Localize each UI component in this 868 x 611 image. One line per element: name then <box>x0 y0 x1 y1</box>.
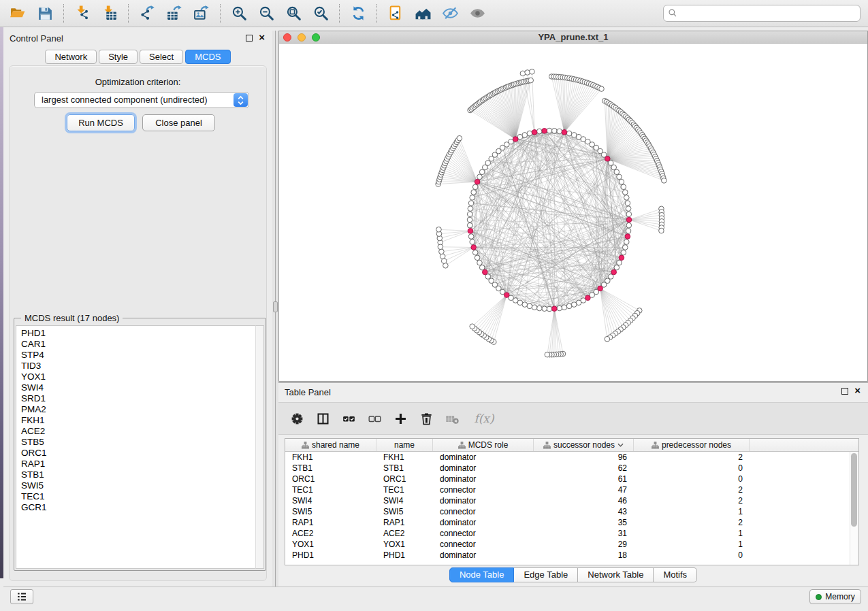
cell-shared-name[interactable]: PHD1 <box>285 550 376 561</box>
cell-successor-nodes[interactable]: 62 <box>534 463 634 474</box>
network-node[interactable] <box>479 265 485 270</box>
table-row[interactable]: SWI4SWI4dominator462 <box>285 495 858 506</box>
network-node[interactable] <box>621 184 626 190</box>
mcds-result-item[interactable]: YOX1 <box>21 371 263 382</box>
network-node[interactable] <box>527 131 532 136</box>
network-node[interactable] <box>552 129 558 134</box>
network-window-titlebar[interactable]: YPA_prune.txt_1 <box>279 31 867 44</box>
mcds-result-item[interactable]: RAP1 <box>21 459 263 469</box>
export-table-button[interactable] <box>161 2 188 25</box>
cell-name[interactable]: FKH1 <box>376 452 433 463</box>
network-node[interactable] <box>470 240 475 245</box>
network-node[interactable] <box>562 305 567 310</box>
network-node[interactable] <box>440 254 445 259</box>
network-node[interactable] <box>475 255 480 261</box>
network-node[interactable] <box>438 244 443 250</box>
network-node[interactable] <box>530 69 535 75</box>
column-header-MCDS-role[interactable]: MCDS role <box>433 439 534 451</box>
share-session-button[interactable] <box>382 2 409 25</box>
network-node[interactable] <box>621 250 626 255</box>
tab-edge-table[interactable]: Edge Table <box>514 567 578 582</box>
cell-MCDS-role[interactable]: dominator <box>433 495 534 506</box>
column-header-shared-name[interactable]: shared name <box>285 439 376 451</box>
close-panel-icon[interactable]: × <box>259 34 265 41</box>
network-node[interactable] <box>547 128 552 133</box>
table-scrollbar[interactable] <box>850 452 858 565</box>
network-node[interactable] <box>626 212 632 217</box>
cell-successor-nodes[interactable]: 47 <box>534 484 634 495</box>
table-row[interactable]: YOX1YOX1connector291 <box>285 539 858 550</box>
cell-shared-name[interactable]: FKH1 <box>285 452 376 463</box>
mcds-node[interactable] <box>483 269 488 275</box>
table-row[interactable]: ORC1ORC1dominator610 <box>285 474 858 484</box>
network-node[interactable] <box>483 165 488 170</box>
tab-node-table[interactable]: Node Table <box>449 567 515 582</box>
network-node[interactable] <box>624 195 630 201</box>
network-node[interactable] <box>566 303 572 309</box>
cell-predecessor-nodes[interactable]: 1 <box>634 506 750 517</box>
open-file-button[interactable] <box>4 2 31 25</box>
table-row[interactable]: FKH1FKH1dominator962 <box>285 452 858 463</box>
splitter-handle[interactable] <box>273 301 278 312</box>
mcds-result-item[interactable]: ACE2 <box>21 426 263 437</box>
mcds-node[interactable] <box>532 130 537 135</box>
hide-details-button[interactable] <box>436 2 464 25</box>
panel-splitter[interactable] <box>272 31 278 587</box>
cell-MCDS-role[interactable]: dominator <box>433 452 534 463</box>
cell-successor-nodes[interactable]: 96 <box>534 452 634 463</box>
cell-predecessor-nodes[interactable]: 1 <box>634 528 750 539</box>
maximize-window-icon[interactable] <box>312 33 320 42</box>
mcds-node[interactable] <box>626 217 632 222</box>
cell-shared-name[interactable]: SWI4 <box>285 495 376 506</box>
zoom-fit-button[interactable] <box>280 2 307 25</box>
cell-MCDS-role[interactable]: dominator <box>433 517 534 528</box>
save-session-button[interactable] <box>31 2 59 25</box>
mcds-node[interactable] <box>504 293 510 298</box>
memory-button[interactable]: Memory <box>809 589 861 604</box>
network-node[interactable] <box>527 303 532 309</box>
network-node[interactable] <box>477 260 483 265</box>
mcds-result-item[interactable]: STP4 <box>21 350 263 361</box>
network-node[interactable] <box>626 229 631 234</box>
network-node[interactable] <box>547 306 552 312</box>
cell-MCDS-role[interactable]: connector <box>433 528 534 539</box>
cell-shared-name[interactable]: YOX1 <box>285 539 376 550</box>
network-node[interactable] <box>625 201 630 206</box>
mcds-result-item[interactable]: ORC1 <box>21 448 263 459</box>
cell-shared-name[interactable]: TEC1 <box>285 484 376 495</box>
export-network-button[interactable] <box>133 2 161 25</box>
cell-name[interactable]: SWI5 <box>376 506 433 517</box>
mcds-result-item[interactable]: TID3 <box>21 361 263 371</box>
search-input[interactable] <box>663 5 861 22</box>
import-network-button[interactable] <box>69 2 96 25</box>
network-node[interactable] <box>468 206 473 212</box>
cell-predecessor-nodes[interactable]: 0 <box>634 463 750 474</box>
network-graph[interactable] <box>279 44 867 381</box>
cell-predecessor-nodes[interactable]: 2 <box>634 495 750 506</box>
mcds-node[interactable] <box>611 269 617 275</box>
delete-column-button[interactable] <box>419 410 434 427</box>
network-node[interactable] <box>472 250 478 255</box>
network-node[interactable] <box>557 129 562 134</box>
network-node[interactable] <box>626 222 632 228</box>
mcds-result-item[interactable]: PMA2 <box>21 404 263 415</box>
table-row[interactable]: RAP1RAP1dominator352 <box>285 517 858 528</box>
mcds-result-item[interactable]: SWI4 <box>21 382 263 393</box>
network-node[interactable] <box>436 227 442 233</box>
column-header-predecessor-nodes[interactable]: predecessor nodes <box>634 439 750 451</box>
close-window-icon[interactable] <box>283 33 291 42</box>
network-node[interactable] <box>468 201 474 206</box>
mcds-result-item[interactable]: SWI5 <box>21 480 263 491</box>
group-nodes-button[interactable] <box>409 2 436 25</box>
network-canvas[interactable] <box>279 44 867 381</box>
network-node[interactable] <box>470 195 475 201</box>
mcds-node[interactable] <box>585 295 591 301</box>
table-row[interactable]: SWI5SWI5connector431 <box>285 506 858 517</box>
cell-predecessor-nodes[interactable]: 1 <box>634 539 750 550</box>
close-table-panel-icon[interactable]: × <box>854 387 861 394</box>
network-node[interactable] <box>605 336 610 342</box>
cell-name[interactable]: YOX1 <box>376 539 433 550</box>
mcds-list-scrollbar[interactable] <box>255 325 264 569</box>
cell-name[interactable]: ORC1 <box>376 474 433 484</box>
network-node[interactable] <box>659 228 664 233</box>
